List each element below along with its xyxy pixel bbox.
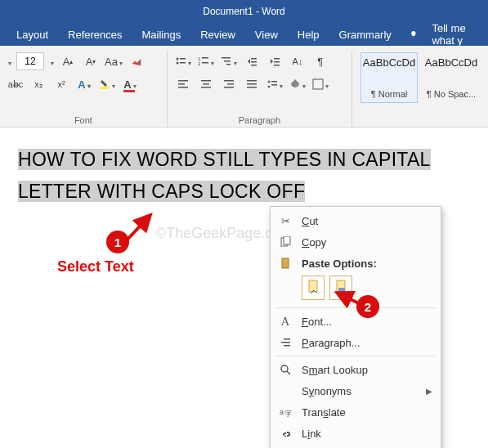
multilevel-icon[interactable] (220, 52, 238, 70)
chevron-right-icon: ▶ (426, 387, 432, 396)
svg-rect-23 (201, 87, 211, 88)
paste-keep-formatting[interactable] (302, 276, 325, 300)
tab-review[interactable]: Review (190, 29, 245, 41)
ctx-translate[interactable]: a字Translate (271, 401, 441, 423)
svg-point-1 (176, 58, 178, 60)
svg-rect-4 (180, 62, 186, 64)
ctx-font[interactable]: AFont... (271, 311, 441, 332)
selected-text[interactable]: HOW TO FIX WORD STILL TYPES IN CAPITAL L… (18, 149, 431, 202)
svg-rect-29 (247, 87, 257, 88)
ribbon-group-font: 12 A▴ A▾ Aa ab̶c x₂ x² A A Font (0, 51, 168, 127)
tab-help[interactable]: Help (288, 29, 329, 41)
svg-rect-37 (309, 280, 317, 292)
svg-rect-35 (284, 236, 290, 244)
svg-rect-40 (284, 338, 290, 340)
svg-rect-2 (180, 58, 186, 60)
svg-rect-21 (201, 80, 211, 82)
ctx-paste-options-header: Paste Options: (271, 253, 441, 274)
svg-rect-20 (178, 87, 188, 88)
ribbon: 12 A▴ A▾ Aa ab̶c x₂ x² A A Font 12 (0, 46, 488, 128)
ctx-new-comment[interactable]: New Comment (271, 444, 441, 448)
translate-icon: a字 (277, 406, 293, 418)
ctx-paragraph[interactable]: Paragraph... (271, 332, 441, 353)
tell-me-label: Tell me what y (422, 22, 488, 47)
document-area[interactable]: HOW TO FIX WORD STILL TYPES IN CAPITAL L… (0, 128, 488, 208)
font-color-icon[interactable]: A (121, 75, 139, 93)
tell-me-search[interactable]: Tell me what y (410, 22, 488, 47)
increase-indent-icon[interactable] (266, 52, 284, 70)
decrease-indent-icon[interactable] (243, 52, 261, 70)
change-case-icon[interactable]: Aa (105, 52, 123, 70)
increase-font-icon[interactable]: A▴ (59, 52, 77, 70)
clipboard-icon (277, 258, 293, 269)
align-center-icon[interactable] (197, 75, 215, 93)
tab-view[interactable]: View (245, 29, 288, 41)
tab-grammarly[interactable]: Grammarly (329, 29, 401, 41)
separator (275, 356, 436, 356)
svg-rect-11 (226, 64, 231, 65)
ctx-copy[interactable]: Copy (271, 231, 441, 253)
svg-rect-22 (203, 83, 209, 85)
scissors-icon: ✂ (277, 215, 293, 227)
svg-rect-31 (271, 84, 277, 86)
line-spacing-icon[interactable] (266, 75, 284, 93)
font-family-dropdown[interactable] (7, 54, 11, 69)
svg-rect-9 (222, 57, 231, 59)
context-menu: ✂Cut Copy Paste Options: AFont... Paragr… (270, 206, 441, 448)
font-size-dropdown[interactable] (49, 54, 54, 69)
paste-picture[interactable] (329, 276, 352, 300)
svg-rect-12 (251, 58, 257, 60)
subscript-icon[interactable]: x₂ (29, 75, 47, 93)
svg-rect-28 (247, 83, 257, 85)
font-size-input[interactable]: 12 (16, 52, 44, 70)
sort-icon[interactable]: A↓ (289, 52, 307, 70)
svg-rect-24 (224, 80, 234, 82)
svg-rect-0 (101, 87, 109, 89)
paragraph-group-label: Paragraph (174, 115, 345, 125)
align-right-icon[interactable] (220, 75, 238, 93)
svg-rect-27 (247, 80, 257, 82)
bullets-icon[interactable] (174, 52, 192, 70)
tab-references[interactable]: References (58, 29, 132, 41)
svg-rect-30 (271, 81, 277, 83)
strikethrough-icon[interactable]: ab̶c (7, 75, 25, 93)
style-normal[interactable]: AaBbCcDd ¶ Normal (360, 52, 418, 103)
paragraph-icon (277, 337, 293, 348)
search-icon (277, 364, 293, 375)
numbering-icon[interactable]: 12 (197, 52, 215, 70)
svg-rect-17 (274, 65, 280, 66)
font-letter-icon: A (277, 315, 293, 329)
text-effects-icon[interactable]: A (75, 75, 93, 93)
svg-rect-41 (281, 342, 290, 343)
svg-rect-10 (224, 60, 231, 62)
tab-layout[interactable]: Layout (7, 29, 58, 41)
shading-icon[interactable] (289, 75, 307, 93)
align-left-icon[interactable] (174, 75, 192, 93)
svg-point-3 (176, 62, 178, 65)
svg-rect-15 (274, 58, 280, 60)
highlight-icon[interactable] (98, 75, 116, 93)
tab-mailings[interactable]: Mailings (132, 29, 191, 41)
ctx-synonyms[interactable]: Synonyms▶ (271, 380, 441, 401)
justify-icon[interactable] (243, 75, 261, 93)
link-icon (277, 428, 293, 439)
ctx-cut[interactable]: ✂Cut (271, 210, 441, 231)
style-no-spacing[interactable]: AaBbCcDd ¶ No Spac... (423, 52, 480, 103)
svg-rect-39 (338, 288, 345, 293)
ctx-smart-lookup[interactable]: Smart Lookup (271, 359, 441, 380)
svg-rect-13 (251, 61, 257, 63)
ctx-paste-options (271, 274, 441, 305)
window-title: Document1 - Word (203, 6, 284, 17)
show-marks-icon[interactable]: ¶ (311, 52, 329, 70)
borders-icon[interactable] (311, 75, 329, 93)
svg-rect-36 (282, 258, 289, 268)
svg-rect-19 (178, 83, 185, 85)
superscript-icon[interactable]: x² (52, 75, 70, 93)
clear-formatting-icon[interactable] (128, 52, 146, 70)
decrease-font-icon[interactable]: A▾ (82, 52, 100, 70)
svg-rect-32 (313, 79, 323, 89)
font-group-label: Font (7, 115, 160, 125)
lightbulb-icon (410, 29, 418, 40)
separator (275, 307, 436, 308)
ctx-link[interactable]: Link (271, 423, 441, 444)
